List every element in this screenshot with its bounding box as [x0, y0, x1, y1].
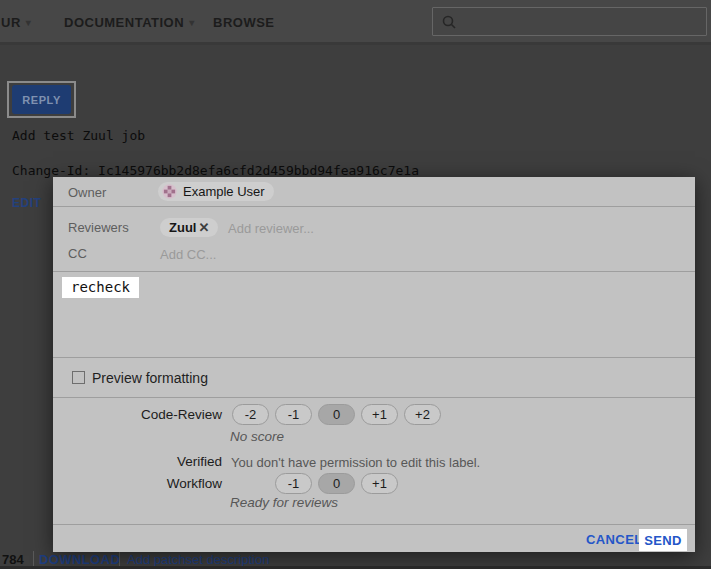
reply-dialog: Owner Example User Reviewers Zuul ✕ Add … [53, 177, 695, 552]
workflow-buttons: -1 0 +1 [275, 473, 404, 494]
nav-menu-your[interactable]: UR▾ [1, 15, 31, 30]
reply-message-textarea[interactable]: recheck [62, 277, 139, 298]
code-review-row: Code-Review -2 -1 0 +1 +2 [53, 404, 695, 426]
preview-formatting-label: Preview formatting [92, 370, 208, 386]
code-review-zero-button[interactable]: 0 [318, 404, 355, 425]
add-patchset-description-link[interactable]: Add patchset description [127, 552, 269, 567]
dialog-footer: CANCEL SEND [53, 525, 695, 552]
chevron-down-icon: ▾ [189, 17, 195, 28]
workflow-plus1-button[interactable]: +1 [361, 473, 398, 494]
code-review-minus1-button[interactable]: -1 [275, 404, 312, 425]
workflow-zero-button[interactable]: 0 [318, 473, 355, 494]
reply-button[interactable]: REPLY [12, 85, 71, 114]
send-button[interactable]: SEND [639, 529, 687, 551]
verified-label: Verified [53, 454, 222, 469]
reviewer-chip: Zuul ✕ [160, 218, 218, 237]
patchset-action-bar: 784 DOWNLOAD Add patchset description [0, 551, 711, 566]
reviewers-cc-section: Reviewers Zuul ✕ Add reviewer... CC Add … [53, 207, 695, 272]
search-box[interactable] [432, 7, 707, 36]
edit-link[interactable]: EDIT [12, 196, 41, 210]
avatar [162, 184, 177, 199]
commit-subject: Add test Zuul job [12, 128, 145, 143]
message-section[interactable]: recheck [53, 272, 695, 358]
preview-formatting-checkbox[interactable] [72, 371, 85, 384]
add-reviewer-input[interactable]: Add reviewer... [228, 221, 314, 236]
workflow-score-description: Ready for reviews [230, 495, 338, 510]
code-review-minus2-button[interactable]: -2 [232, 404, 269, 425]
reviewer-chip-name: Zuul [169, 220, 196, 235]
divider [119, 551, 120, 566]
voting-section: Code-Review -2 -1 0 +1 +2 No score Verif… [53, 398, 695, 525]
nav-menu-documentation[interactable]: DOCUMENTATION▾ [64, 15, 195, 30]
search-input[interactable] [463, 14, 706, 29]
reviewers-label: Reviewers [68, 220, 129, 235]
code-review-buttons: -2 -1 0 +1 +2 [232, 404, 447, 425]
code-review-score-description: No score [230, 429, 284, 444]
code-review-plus1-button[interactable]: +1 [361, 404, 398, 425]
search-icon [441, 14, 457, 30]
nav-menu-your-label: UR [1, 15, 21, 30]
preview-formatting-section: Preview formatting [53, 358, 695, 398]
download-link[interactable]: DOWNLOAD [39, 552, 120, 567]
workflow-row: Workflow -1 0 +1 [53, 470, 695, 492]
nav-menu-browse[interactable]: BROWSE [213, 15, 275, 30]
chevron-down-icon: ▾ [26, 17, 32, 28]
owner-section: Owner Example User [53, 177, 695, 207]
owner-label: Owner [68, 185, 106, 200]
owner-chip-name: Example User [183, 184, 265, 199]
code-review-plus2-button[interactable]: +2 [404, 404, 441, 425]
cc-label: CC [68, 246, 87, 261]
patchset-number: 784 [2, 552, 24, 567]
code-review-label: Code-Review [53, 407, 222, 422]
top-navigation-bar: UR▾ DOCUMENTATION▾ BROWSE [0, 0, 711, 45]
workflow-label: Workflow [53, 476, 222, 491]
divider [33, 551, 34, 566]
verified-permission-text: You don't have permission to edit this l… [231, 455, 480, 470]
workflow-minus1-button[interactable]: -1 [275, 473, 312, 494]
remove-reviewer-icon[interactable]: ✕ [198, 220, 209, 235]
change-id-line: Change-Id: Ic145976bb2d8efa6cfd2d459bbd9… [12, 163, 419, 178]
nav-menu-documentation-label: DOCUMENTATION [64, 15, 184, 30]
nav-menu-browse-label: BROWSE [213, 15, 275, 30]
add-cc-input[interactable]: Add CC... [160, 247, 216, 262]
owner-chip: Example User [158, 182, 274, 201]
